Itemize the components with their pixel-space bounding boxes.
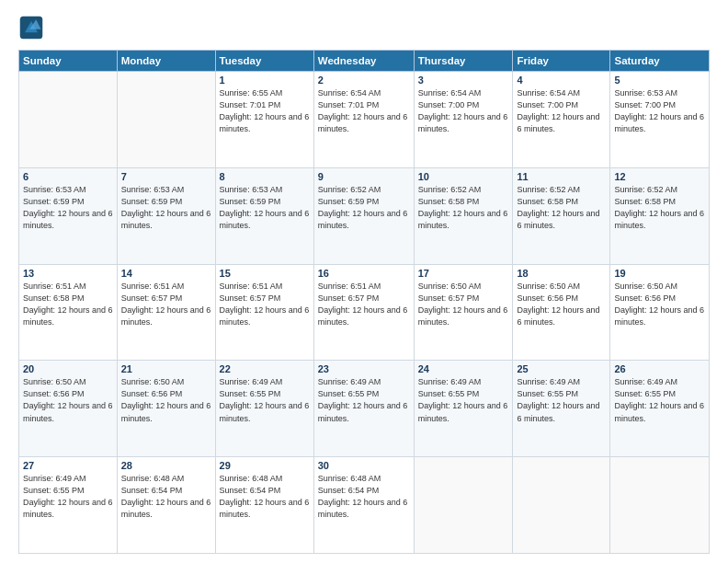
calendar-cell: 1Sunrise: 6:55 AM Sunset: 7:01 PM Daylig…: [215, 72, 313, 168]
day-info: Sunrise: 6:55 AM Sunset: 7:01 PM Dayligh…: [220, 87, 310, 135]
day-info: Sunrise: 6:51 AM Sunset: 6:57 PM Dayligh…: [220, 281, 310, 328]
calendar-cell: 27Sunrise: 6:49 AM Sunset: 6:55 PM Dayli…: [19, 457, 118, 554]
day-info: Sunrise: 6:49 AM Sunset: 6:55 PM Dayligh…: [220, 376, 310, 424]
calendar-cell: 20Sunrise: 6:50 AM Sunset: 6:56 PM Dayli…: [19, 361, 118, 457]
calendar-cell: [414, 457, 513, 554]
calendar-cell: 17Sunrise: 6:50 AM Sunset: 6:57 PM Dayli…: [414, 264, 513, 361]
day-number: 11: [517, 171, 606, 182]
day-of-week-header: Saturday: [610, 51, 710, 72]
day-info: Sunrise: 6:53 AM Sunset: 7:00 PM Dayligh…: [614, 87, 705, 135]
day-number: 29: [220, 460, 310, 471]
day-info: Sunrise: 6:50 AM Sunset: 6:57 PM Dayligh…: [418, 281, 509, 328]
day-info: Sunrise: 6:51 AM Sunset: 6:57 PM Dayligh…: [121, 281, 211, 328]
day-info: Sunrise: 6:51 AM Sunset: 6:57 PM Dayligh…: [318, 281, 410, 328]
day-of-week-header: Monday: [117, 51, 215, 72]
day-of-week-header: Tuesday: [215, 51, 313, 72]
day-info: Sunrise: 6:54 AM Sunset: 7:01 PM Dayligh…: [318, 87, 410, 135]
calendar-cell: [513, 457, 610, 554]
day-number: 13: [23, 268, 113, 279]
day-info: Sunrise: 6:48 AM Sunset: 6:54 PM Dayligh…: [318, 473, 410, 521]
day-number: 23: [318, 363, 410, 374]
calendar-cell: 9Sunrise: 6:52 AM Sunset: 6:59 PM Daylig…: [313, 167, 414, 264]
calendar-cell: [117, 72, 215, 168]
calendar-cell: 19Sunrise: 6:50 AM Sunset: 6:56 PM Dayli…: [610, 264, 710, 361]
calendar-week-row: 1Sunrise: 6:55 AM Sunset: 7:01 PM Daylig…: [19, 72, 710, 168]
calendar-cell: 26Sunrise: 6:49 AM Sunset: 6:55 PM Dayli…: [610, 361, 710, 457]
day-info: Sunrise: 6:52 AM Sunset: 6:58 PM Dayligh…: [418, 184, 509, 232]
calendar-cell: 25Sunrise: 6:49 AM Sunset: 6:55 PM Dayli…: [513, 361, 610, 457]
calendar-cell: 5Sunrise: 6:53 AM Sunset: 7:00 PM Daylig…: [610, 72, 710, 168]
day-of-week-header: Thursday: [414, 51, 513, 72]
calendar-cell: 7Sunrise: 6:53 AM Sunset: 6:59 PM Daylig…: [117, 167, 215, 264]
page: SundayMondayTuesdayWednesdayThursdayFrid…: [0, 0, 728, 563]
calendar-cell: 14Sunrise: 6:51 AM Sunset: 6:57 PM Dayli…: [117, 264, 215, 361]
calendar-cell: 13Sunrise: 6:51 AM Sunset: 6:58 PM Dayli…: [19, 264, 118, 361]
calendar-cell: 15Sunrise: 6:51 AM Sunset: 6:57 PM Dayli…: [215, 264, 313, 361]
day-number: 21: [121, 363, 211, 374]
calendar-cell: 10Sunrise: 6:52 AM Sunset: 6:58 PM Dayli…: [414, 167, 513, 264]
day-number: 15: [220, 268, 310, 279]
day-number: 5: [614, 75, 705, 86]
calendar-cell: 8Sunrise: 6:53 AM Sunset: 6:59 PM Daylig…: [215, 167, 313, 264]
day-number: 10: [418, 171, 509, 182]
day-of-week-header: Sunday: [19, 51, 118, 72]
day-info: Sunrise: 6:49 AM Sunset: 6:55 PM Dayligh…: [517, 376, 606, 424]
day-number: 19: [614, 268, 705, 279]
day-number: 1: [220, 75, 310, 86]
day-info: Sunrise: 6:54 AM Sunset: 7:00 PM Dayligh…: [517, 87, 606, 135]
calendar-week-row: 27Sunrise: 6:49 AM Sunset: 6:55 PM Dayli…: [19, 457, 710, 554]
logo-icon: [18, 15, 44, 40]
calendar-cell: 22Sunrise: 6:49 AM Sunset: 6:55 PM Dayli…: [215, 361, 313, 457]
calendar-cell: 3Sunrise: 6:54 AM Sunset: 7:00 PM Daylig…: [414, 72, 513, 168]
day-number: 7: [121, 171, 211, 182]
day-info: Sunrise: 6:48 AM Sunset: 6:54 PM Dayligh…: [220, 473, 310, 521]
day-number: 25: [517, 363, 606, 374]
day-number: 8: [220, 171, 310, 182]
day-number: 18: [517, 268, 606, 279]
calendar-week-row: 13Sunrise: 6:51 AM Sunset: 6:58 PM Dayli…: [19, 264, 710, 361]
day-number: 17: [418, 268, 509, 279]
day-number: 20: [23, 363, 113, 374]
calendar-cell: 28Sunrise: 6:48 AM Sunset: 6:54 PM Dayli…: [117, 457, 215, 554]
calendar-cell: 18Sunrise: 6:50 AM Sunset: 6:56 PM Dayli…: [513, 264, 610, 361]
day-number: 6: [23, 171, 113, 182]
day-info: Sunrise: 6:49 AM Sunset: 6:55 PM Dayligh…: [23, 473, 113, 521]
day-info: Sunrise: 6:50 AM Sunset: 6:56 PM Dayligh…: [121, 376, 211, 424]
day-number: 26: [614, 363, 705, 374]
day-info: Sunrise: 6:49 AM Sunset: 6:55 PM Dayligh…: [418, 376, 509, 424]
day-info: Sunrise: 6:53 AM Sunset: 6:59 PM Dayligh…: [121, 184, 211, 232]
calendar-week-row: 6Sunrise: 6:53 AM Sunset: 6:59 PM Daylig…: [19, 167, 710, 264]
day-info: Sunrise: 6:53 AM Sunset: 6:59 PM Dayligh…: [220, 184, 310, 232]
day-info: Sunrise: 6:50 AM Sunset: 6:56 PM Dayligh…: [614, 281, 705, 328]
day-info: Sunrise: 6:49 AM Sunset: 6:55 PM Dayligh…: [614, 376, 705, 424]
day-info: Sunrise: 6:49 AM Sunset: 6:55 PM Dayligh…: [318, 376, 410, 424]
day-number: 24: [418, 363, 509, 374]
calendar-cell: 24Sunrise: 6:49 AM Sunset: 6:55 PM Dayli…: [414, 361, 513, 457]
calendar-cell: 16Sunrise: 6:51 AM Sunset: 6:57 PM Dayli…: [313, 264, 414, 361]
calendar-cell: 29Sunrise: 6:48 AM Sunset: 6:54 PM Dayli…: [215, 457, 313, 554]
day-info: Sunrise: 6:50 AM Sunset: 6:56 PM Dayligh…: [517, 281, 606, 328]
calendar-cell: 4Sunrise: 6:54 AM Sunset: 7:00 PM Daylig…: [513, 72, 610, 168]
day-number: 12: [614, 171, 705, 182]
day-info: Sunrise: 6:53 AM Sunset: 6:59 PM Dayligh…: [23, 184, 113, 232]
day-number: 9: [318, 171, 410, 182]
day-info: Sunrise: 6:50 AM Sunset: 6:56 PM Dayligh…: [23, 376, 113, 424]
calendar-cell: 12Sunrise: 6:52 AM Sunset: 6:58 PM Dayli…: [610, 167, 710, 264]
day-number: 27: [23, 460, 113, 471]
day-number: 30: [318, 460, 410, 471]
day-of-week-header: Friday: [513, 51, 610, 72]
calendar-cell: 23Sunrise: 6:49 AM Sunset: 6:55 PM Dayli…: [313, 361, 414, 457]
day-info: Sunrise: 6:52 AM Sunset: 6:58 PM Dayligh…: [517, 184, 606, 232]
day-info: Sunrise: 6:48 AM Sunset: 6:54 PM Dayligh…: [121, 473, 211, 521]
day-info: Sunrise: 6:51 AM Sunset: 6:58 PM Dayligh…: [23, 281, 113, 328]
calendar-header-row: SundayMondayTuesdayWednesdayThursdayFrid…: [19, 51, 710, 72]
calendar-cell: 6Sunrise: 6:53 AM Sunset: 6:59 PM Daylig…: [19, 167, 118, 264]
day-info: Sunrise: 6:54 AM Sunset: 7:00 PM Dayligh…: [418, 87, 509, 135]
day-info: Sunrise: 6:52 AM Sunset: 6:58 PM Dayligh…: [614, 184, 705, 232]
day-of-week-header: Wednesday: [313, 51, 414, 72]
calendar-cell: 21Sunrise: 6:50 AM Sunset: 6:56 PM Dayli…: [117, 361, 215, 457]
calendar-cell: [19, 72, 118, 168]
day-number: 22: [220, 363, 310, 374]
calendar-table: SundayMondayTuesdayWednesdayThursdayFrid…: [18, 50, 710, 554]
calendar-week-row: 20Sunrise: 6:50 AM Sunset: 6:56 PM Dayli…: [19, 361, 710, 457]
